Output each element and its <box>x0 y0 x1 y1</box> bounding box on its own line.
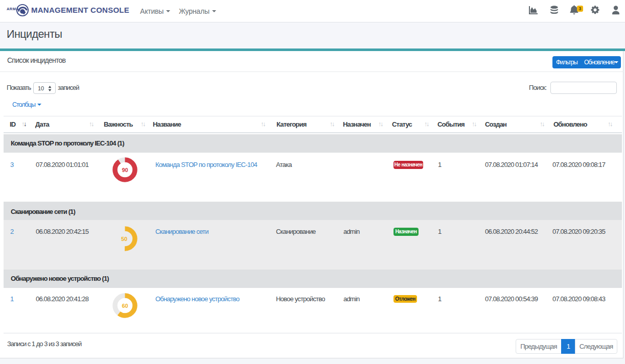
svg-text:50: 50 <box>121 236 127 242</box>
svg-text:90: 90 <box>122 167 128 173</box>
svg-text:60: 60 <box>122 303 128 309</box>
